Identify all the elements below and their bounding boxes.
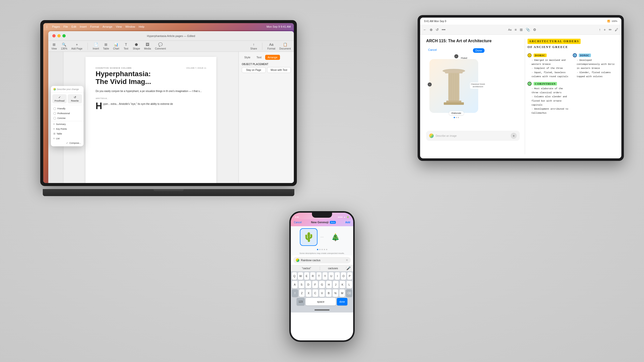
menu-format[interactable]: Format [90, 25, 99, 28]
cancel-button[interactable]: Cancel [428, 48, 437, 53]
key-num[interactable]: 123 [297, 298, 305, 305]
key-t[interactable]: T [316, 272, 321, 280]
ipad-back-icon[interactable]: ← [423, 28, 427, 32]
ipad-list-icon[interactable]: ≡ [514, 28, 516, 32]
ai-menu-list[interactable]: ≡ List [51, 136, 84, 141]
inspector-tab-text[interactable]: Text [254, 55, 264, 60]
ai-menu-summary[interactable]: ≡ Summary [51, 122, 84, 126]
key-c[interactable]: C [312, 289, 318, 297]
done-button[interactable]: Done [473, 48, 485, 53]
inspector-tab-arrange[interactable]: Arrange [265, 55, 280, 60]
key-done[interactable]: done [337, 298, 347, 305]
proofread-button[interactable]: ✓ Proofread [52, 94, 67, 103]
key-h[interactable]: H [326, 281, 332, 288]
ipad-table-icon[interactable]: ⊞ [520, 28, 523, 32]
ai-menu-professional[interactable]: ◯ Professional [51, 111, 84, 116]
toolbar-comment[interactable]: 💬 Comment [155, 42, 166, 50]
toolbar-zoom[interactable]: 🔍 136% [61, 42, 67, 50]
elaborate-button[interactable]: Elaborate [449, 111, 464, 115]
menu-insert[interactable]: Insert [80, 25, 87, 28]
menu-edit[interactable]: Edit [71, 25, 76, 28]
menu-help[interactable]: Help [139, 25, 144, 28]
mic-icon[interactable]: 🎤 [346, 266, 351, 270]
toolbar-format[interactable]: Aa Format [267, 42, 275, 50]
toolbar-document[interactable]: 📋 Document [279, 42, 291, 50]
key-space[interactable]: space [306, 298, 336, 305]
toolbar-text[interactable]: T Text [123, 42, 129, 50]
menu-window[interactable]: Window [125, 25, 135, 28]
key-q[interactable]: Q [292, 272, 297, 280]
key-n[interactable]: N [333, 289, 338, 297]
minimize-button[interactable] [57, 34, 61, 37]
key-j[interactable]: J [333, 281, 339, 288]
suggestion-2[interactable]: cactuses [320, 266, 347, 270]
remove-left-button[interactable]: − [428, 82, 432, 86]
menu-view[interactable]: View [116, 25, 122, 28]
key-k[interactable]: K [340, 281, 345, 288]
toolbar-view[interactable]: ⊞ View [51, 42, 57, 50]
ai-image-add-button[interactable]: + [511, 133, 517, 139]
ipad-add-icon2[interactable]: + [604, 28, 606, 32]
ai-menu-table[interactable]: ⊞ Table [51, 131, 84, 136]
iphone-add-button[interactable]: Add [345, 221, 350, 224]
menu-file[interactable]: File [63, 25, 68, 28]
key-g[interactable]: G [319, 281, 325, 288]
key-s[interactable]: S [299, 281, 304, 288]
ai-menu-concise[interactable]: ◯ Concise [51, 116, 84, 120]
key-z[interactable]: Z [299, 289, 305, 297]
key-f[interactable]: F [312, 281, 318, 288]
search-clear-button[interactable]: ✕ [346, 258, 348, 262]
emoji-option-1[interactable]: 🌵 [300, 228, 317, 246]
key-w[interactable]: W [298, 272, 303, 280]
ipad-more-icon[interactable]: ••• [442, 28, 446, 32]
iphone-search-bar[interactable]: Rainbow cactus ✕ [293, 257, 351, 263]
maximize-button[interactable] [62, 34, 66, 37]
key-a[interactable]: A [292, 281, 298, 288]
toolbar-media[interactable]: 🖼 Media [144, 42, 151, 50]
more-options-icon[interactable]: ··· [319, 228, 325, 246]
key-p[interactable]: P [347, 272, 352, 280]
ai-image-input[interactable]: Describe an image [436, 134, 509, 137]
ai-menu-compose[interactable]: ✓ Compose... [51, 141, 84, 145]
key-b[interactable]: B [326, 289, 332, 297]
ipad-gear-icon[interactable]: ⚙ [533, 28, 536, 32]
move-with-text-button[interactable]: Move with Text [267, 67, 291, 73]
iphone-search-input[interactable]: Rainbow cactus [301, 259, 344, 262]
emoji-option-2[interactable]: 🎄 [327, 228, 344, 246]
ipad-lasso-icon[interactable]: ⊕ [430, 28, 433, 32]
toolbar-chart[interactable]: 📊 Chart [113, 42, 119, 50]
key-l[interactable]: L [346, 281, 352, 288]
ipad-share-icon[interactable]: ↑ [599, 28, 601, 32]
toolbar-addpage[interactable]: + Add Page [71, 42, 83, 50]
key-m[interactable]: M [339, 289, 345, 297]
key-r[interactable]: R [310, 272, 315, 280]
key-e[interactable]: E [304, 272, 309, 280]
rewrite-button[interactable]: ↺ Rewrite [68, 94, 82, 103]
ai-menu-keypoints[interactable]: ≡ Key Points [51, 126, 84, 131]
inspector-tab-style[interactable]: Style [242, 55, 253, 60]
ai-menu-friendly[interactable]: ◯ Friendly [51, 106, 84, 111]
remove-top-button[interactable]: − [454, 54, 458, 58]
toolbar-shape[interactable]: ⬟ Shape [133, 42, 140, 50]
ipad-marker-icon[interactable]: ✏ [609, 28, 612, 32]
toolbar-share[interactable]: ↑ Share [250, 42, 257, 50]
ipad-text-icon[interactable]: Aa [508, 28, 511, 31]
key-delete[interactable]: ⌫ [346, 289, 352, 297]
toolbar-insert[interactable]: 📄 Insert [93, 42, 99, 50]
close-button[interactable] [52, 34, 56, 37]
ipad-undo-icon[interactable]: ↺ [436, 28, 439, 32]
key-i[interactable]: I [335, 272, 340, 280]
key-v[interactable]: V [319, 289, 325, 297]
key-y[interactable]: Y [323, 272, 328, 280]
ipad-pen-icon[interactable]: 🖊 [615, 28, 618, 32]
key-o[interactable]: O [341, 272, 346, 280]
key-u[interactable]: U [329, 272, 334, 280]
menu-pages[interactable]: Pages [52, 25, 60, 28]
key-shift[interactable]: ⇧ [292, 289, 298, 297]
menu-arrange[interactable]: Arrange [102, 25, 112, 28]
apple-menu[interactable]:  [46, 25, 48, 29]
ipad-clip-icon[interactable]: 📎 [526, 28, 530, 32]
key-x[interactable]: X [306, 289, 311, 297]
suggestion-1[interactable]: "cactus" [293, 266, 320, 270]
stay-on-page-button[interactable]: Stay on Page [242, 67, 266, 73]
